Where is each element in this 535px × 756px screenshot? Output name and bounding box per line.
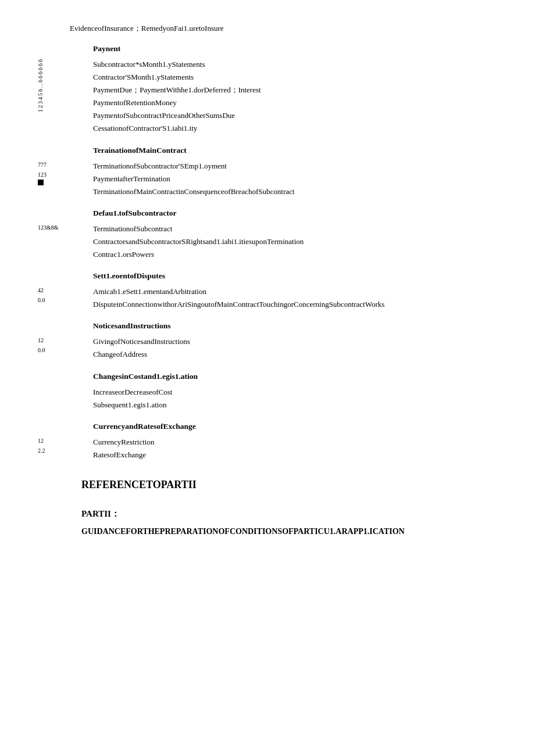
termination-item-1: TerminationofSubcontractor'SEmp1.oyment	[93, 160, 488, 173]
settlement-items: 42 0.0 Amicab1.eSett1.ementandArbitratio…	[70, 285, 488, 311]
bullet-icon	[38, 180, 44, 185]
intro-line: EvidenceofInsurance；RemedyonFai1.uretoIn…	[70, 23, 488, 34]
currency-side-num: 12	[38, 436, 45, 446]
currency-side-label: 2.2	[38, 446, 45, 456]
termination-side-num-1: 777	[38, 160, 47, 170]
payment-side-nums: 123456..666666	[38, 58, 44, 112]
changes-heading: ChangesinCostand1.egis1.ation	[70, 372, 488, 381]
termination-side-num-2: 123	[38, 170, 47, 180]
payment-item-3: PaymentDue；PaymentWithhe1.dorDeferred；In…	[93, 84, 488, 96]
settlement-item-2: DisputeinConnectionwithorAriSingoutofMai…	[93, 298, 488, 311]
termination-item-3: TerminationofMainContractinConsequenceof…	[93, 185, 488, 198]
termination-items: 777 123 TerminationofSubcontractor'SEmp1…	[70, 160, 488, 198]
section-changes: ChangesinCostand1.egis1.ation Increaseor…	[70, 372, 488, 411]
changes-item-2: Subsequent1.egis1.ation	[93, 399, 488, 411]
payment-item-1: Subcontractor*sMonth1.yStatements	[93, 58, 488, 71]
guidance-heading: GUIDANCEFORTHEPREPARATIONOFCONDITIONSOFP…	[70, 525, 488, 538]
payment-item-2: Contractor'SMonth1.yStatements	[93, 71, 488, 84]
section-currency: CurrencyandRatesofExchange 12 2.2 Curren…	[70, 422, 488, 461]
reference-heading: REFERENCETOPARTII	[70, 479, 488, 491]
payment-item-6: CessationofContractor'S1.iabi1.ity	[93, 122, 488, 135]
notices-side-label: 0.0	[38, 345, 45, 355]
settlement-side-num-1: 42	[38, 285, 45, 295]
currency-item-2: RatesofExchange	[93, 449, 488, 461]
settlement-heading: Sett1.eoentofDisputes	[70, 271, 488, 281]
termination-item-2: PaymentafterTermination	[93, 173, 488, 185]
notices-items: 12 0.0 GivingofNoticesandInstructions Ch…	[70, 335, 488, 361]
payment-heading: Paynent	[70, 44, 488, 53]
section-notices: NoticesandInstructions 12 0.0 GivingofNo…	[70, 321, 488, 361]
notices-item-1: GivingofNoticesandInstructions	[93, 335, 488, 348]
section-default: Defau1.tofSubcontractor 123&8& Terminati…	[70, 209, 488, 261]
intro-text: EvidenceofInsurance；RemedyonFai1.uretoIn…	[70, 24, 224, 33]
part2-heading: PARTII：	[70, 508, 488, 519]
payment-item-4: PaymentofRetentionMoney	[93, 96, 488, 109]
settlement-item-1: Amicab1.eSett1.ementandArbitration	[93, 285, 488, 298]
page-content: EvidenceofInsurance；RemedyonFai1.uretoIn…	[70, 23, 488, 538]
default-items: 123&8& TerminationofSubcontract Contract…	[70, 223, 488, 261]
default-item-2: ContractorsandSubcontractorSRightsand1.i…	[93, 235, 488, 248]
payment-item-5: PaymentofSubcontractPriceandOtherSumsDue	[93, 109, 488, 122]
termination-side-num-3	[38, 180, 47, 185]
changes-item-1: IncreaseorDecreaseofCost	[93, 386, 488, 399]
notices-item-2: ChangeofAddress	[93, 348, 488, 361]
notices-side-num: 12	[38, 335, 45, 345]
termination-heading: TerainationofMainContract	[70, 146, 488, 155]
notices-heading: NoticesandInstructions	[70, 321, 488, 331]
currency-heading: CurrencyandRatesofExchange	[70, 422, 488, 431]
section-termination: TerainationofMainContract 777 123 Termin…	[70, 146, 488, 198]
currency-item-1: CurrencyRestriction	[93, 436, 488, 449]
part2-block: PARTII： GUIDANCEFORTHEPREPARATIONOFCONDI…	[70, 508, 488, 538]
default-item-3: Contrac1.orsPowers	[93, 248, 488, 261]
default-side-num-1: 123&8&	[38, 223, 59, 232]
section-settlement: Sett1.eoentofDisputes 42 0.0 Amicab1.eSe…	[70, 271, 488, 311]
section-payment: Paynent 123456..666666 Subcontractor*sMo…	[70, 44, 488, 135]
changes-items: IncreaseorDecreaseofCost Subsequent1.egi…	[70, 386, 488, 411]
default-heading: Defau1.tofSubcontractor	[70, 209, 488, 218]
currency-items: 12 2.2 CurrencyRestriction RatesofExchan…	[70, 436, 488, 461]
payment-items: 123456..666666 Subcontractor*sMonth1.ySt…	[70, 58, 488, 135]
settlement-side-label: 0.0	[38, 295, 45, 305]
default-item-1: TerminationofSubcontract	[93, 223, 488, 235]
